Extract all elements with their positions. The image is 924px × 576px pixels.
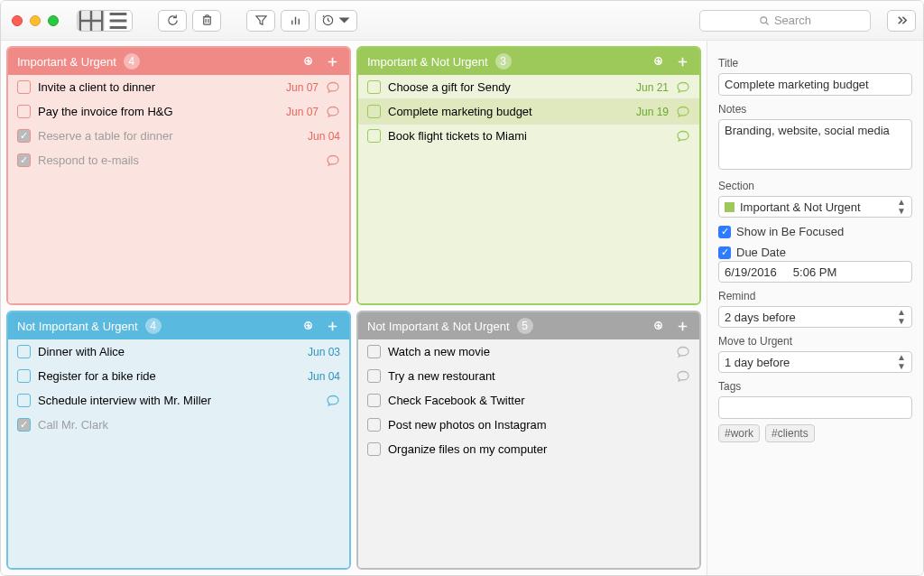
task-checkbox[interactable] [17, 80, 31, 94]
filter-button[interactable] [246, 10, 275, 32]
quadrant-q2: Important & Not Urgent3Choose a gift for… [356, 46, 701, 305]
task-row[interactable]: Call Mr. Clark [8, 413, 349, 437]
quadrant-count: 4 [145, 318, 162, 334]
comment-icon[interactable] [676, 345, 690, 359]
zoom-window[interactable] [48, 15, 59, 26]
task-checkbox[interactable] [367, 129, 381, 143]
checkbox-icon: ✓ [718, 246, 731, 259]
chevron-updown-icon: ▲▼ [897, 353, 906, 371]
show-be-focused-row[interactable]: ✓ Show in Be Focused [718, 225, 912, 238]
window-controls [12, 15, 59, 26]
task-checkbox[interactable] [367, 105, 381, 118]
sync-button[interactable] [158, 10, 187, 32]
quadrant-grid: Important & Urgent4Invite a client to di… [1, 41, 707, 575]
task-name: Choose a gift for Sendy [388, 80, 629, 94]
zoom-in-icon[interactable] [300, 318, 317, 334]
move-to-urgent-select[interactable]: 1 day before ▲▼ [718, 351, 912, 373]
task-row[interactable]: Choose a gift for SendyJun 21 [358, 75, 699, 99]
svg-line-31 [309, 326, 310, 328]
section-select[interactable]: Important & Not Urgent ▲▼ [718, 196, 912, 218]
remind-select[interactable]: 2 days before ▲▼ [718, 306, 912, 328]
comment-icon[interactable] [676, 129, 690, 144]
comment-icon[interactable] [326, 105, 340, 119]
task-row[interactable]: Invite a client to dinnerJun 07 [8, 75, 349, 99]
comment-icon[interactable] [326, 394, 340, 408]
stats-button[interactable] [281, 10, 310, 32]
remind-value: 2 days before [725, 311, 796, 324]
task-checkbox[interactable] [367, 418, 381, 432]
task-checkbox[interactable] [17, 153, 31, 167]
title-label: Title [718, 57, 912, 70]
task-row[interactable]: Complete marketing budgetJun 19 [358, 99, 699, 124]
task-checkbox[interactable] [17, 105, 31, 118]
task-row[interactable]: Watch a new movie [358, 339, 699, 364]
task-checkbox[interactable] [17, 369, 31, 383]
task-name: Post new photos on Instagram [388, 418, 690, 432]
task-row[interactable]: Register for a bike rideJun 04 [8, 364, 349, 388]
title-input[interactable] [718, 73, 912, 96]
add-task-button[interactable] [674, 318, 690, 334]
grid-view-button[interactable] [78, 11, 105, 31]
task-row[interactable]: Post new photos on Instagram [358, 413, 699, 437]
add-task-button[interactable] [324, 53, 340, 70]
task-row[interactable]: Respond to e-mails [8, 148, 349, 172]
task-row[interactable]: Check Facebook & Twitter [358, 388, 699, 413]
task-row[interactable]: Pay the invoice from H&GJun 07 [8, 99, 349, 124]
comment-icon[interactable] [326, 153, 340, 168]
due-date-input[interactable]: 6/19/2016 5:06 PM [718, 261, 912, 283]
comment-icon[interactable] [326, 80, 340, 95]
tag-chip[interactable]: #work [718, 424, 760, 442]
minimize-window[interactable] [30, 15, 41, 26]
svg-point-16 [761, 16, 767, 23]
task-checkbox[interactable] [17, 345, 31, 358]
due-date-row[interactable]: ✓ Due Date [718, 246, 912, 259]
task-name: Schedule interview with Mr. Miller [38, 394, 319, 407]
zoom-in-icon[interactable] [651, 53, 667, 70]
move-to-urgent-label: Move to Urgent [718, 335, 912, 348]
quadrant-header: Not Important & Urgent4 [8, 312, 349, 339]
add-task-button[interactable] [674, 53, 690, 70]
tags-input[interactable] [718, 396, 912, 419]
search-field[interactable]: Search [699, 10, 871, 32]
chevron-updown-icon: ▲▼ [897, 308, 906, 326]
task-checkbox[interactable] [367, 345, 381, 358]
quadrant-title: Not Important & Not Urgent [367, 320, 510, 333]
due-date-value: 6/19/2016 [725, 265, 777, 279]
task-row[interactable]: Schedule interview with Mr. Miller [8, 388, 349, 413]
task-row[interactable]: Book flight tickets to Miami [358, 124, 699, 148]
add-task-button[interactable] [324, 318, 340, 334]
task-name: Watch a new movie [388, 345, 669, 358]
chevron-down-icon [337, 14, 351, 27]
task-row[interactable]: Dinner with AliceJun 03 [8, 339, 349, 364]
task-checkbox[interactable] [17, 129, 31, 143]
tags-label: Tags [718, 380, 912, 393]
task-row[interactable]: Try a new restourant [358, 364, 699, 388]
task-row[interactable]: Reserve a table for dinnerJun 04 [8, 124, 349, 148]
task-checkbox[interactable] [367, 442, 381, 456]
task-checkbox[interactable] [367, 80, 381, 94]
svg-line-19 [309, 61, 310, 63]
list-view-button[interactable] [105, 11, 132, 31]
show-be-focused-label: Show in Be Focused [736, 225, 844, 238]
task-row[interactable]: Organize files on my computer [358, 437, 699, 461]
task-checkbox[interactable] [367, 394, 381, 407]
delete-button[interactable] [192, 10, 221, 32]
zoom-in-icon[interactable] [300, 53, 317, 70]
task-checkbox[interactable] [367, 369, 381, 383]
task-checkbox[interactable] [17, 418, 31, 432]
section-color-swatch [725, 202, 735, 212]
zoom-in-icon[interactable] [651, 318, 667, 334]
task-name: Try a new restourant [388, 369, 669, 383]
comment-icon[interactable] [676, 369, 690, 384]
view-mode-segment [77, 10, 133, 32]
notes-input[interactable] [718, 119, 912, 170]
svg-line-25 [659, 61, 661, 63]
comment-icon[interactable] [676, 80, 690, 95]
close-window[interactable] [12, 15, 23, 26]
toggle-inspector-button[interactable] [887, 10, 916, 32]
history-button[interactable] [315, 10, 357, 32]
quadrant-q4: Not Important & Not Urgent5Watch a new m… [356, 311, 701, 570]
comment-icon[interactable] [676, 105, 690, 119]
task-checkbox[interactable] [17, 394, 31, 407]
tag-chip[interactable]: #clients [765, 424, 815, 442]
